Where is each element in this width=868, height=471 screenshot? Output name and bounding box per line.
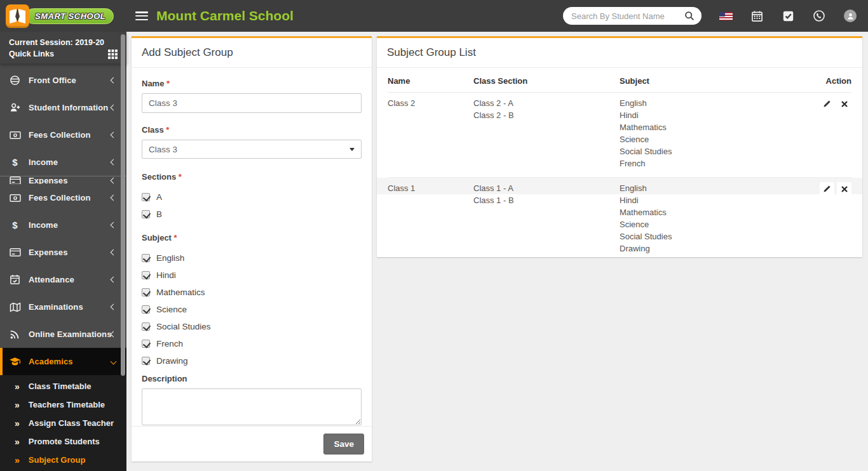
group-name-cell: Class 1 [388, 182, 473, 255]
examinations-icon [9, 302, 21, 312]
search-icon[interactable] [682, 9, 696, 23]
sidebar-item-label: Expenses [29, 176, 111, 184]
calendar-icon[interactable] [750, 9, 764, 23]
checkbox-icon[interactable] [142, 210, 150, 218]
session-block: Current Session: 2019-20 Quick Links [0, 32, 126, 63]
app-logo[interactable]: SMART SCHOOL [0, 0, 126, 32]
expenses-icon [9, 248, 21, 257]
sidebar-item-label: Student Information [29, 103, 111, 112]
sidebar-item-front-office[interactable]: Front Office [0, 67, 126, 94]
submenu-item-label: Promote Students [29, 437, 100, 446]
whatsapp-icon[interactable] [812, 9, 826, 23]
sidebar-item-income[interactable]: $Income [0, 211, 126, 239]
sidebar-item-income[interactable]: $Income [0, 149, 126, 176]
user-avatar-icon[interactable] [843, 9, 857, 23]
sidebar-item-online-examinations[interactable]: Online Examinations [0, 321, 126, 348]
checkbox-label: A [156, 192, 162, 202]
menu-toggle-icon[interactable] [135, 11, 148, 20]
sidebar-item-academics[interactable]: Academics [0, 348, 126, 375]
brand-pill: SMART SCHOOL [25, 8, 114, 24]
double-chevron-icon: » [15, 381, 20, 392]
chevron-left-icon [111, 304, 117, 310]
checkbox-icon[interactable] [142, 322, 150, 331]
fees-collection-icon [9, 130, 21, 140]
sidebar-item-fees-collection[interactable]: Fees Collection [0, 121, 126, 149]
sidebar-item-label: Fees Collection [29, 130, 111, 140]
section-checkbox-a[interactable]: A [142, 192, 362, 202]
sidebar-item-attendance[interactable]: Attendance [0, 266, 126, 293]
sidebar-item-student-information[interactable]: Student Information [0, 94, 126, 121]
sidebar-subitem-class-timetable[interactable]: »Class Timetable [0, 377, 126, 395]
checkbox-label: Social Studies [156, 322, 211, 331]
academics-submenu: »Class Timetable»Teachers Timetable»Assi… [0, 375, 126, 471]
sidebar-item-expenses[interactable]: Expenses [0, 176, 126, 184]
us-flag-icon[interactable] [719, 9, 733, 23]
academics-icon [9, 357, 21, 367]
add-subject-group-card: Add Subject Group Name Class Class 3 Sec… [132, 36, 372, 461]
student-search [563, 7, 702, 25]
submenu-item-label: Teachers Timetable [29, 400, 105, 409]
double-chevron-icon: » [15, 400, 20, 410]
subject-checkbox-science[interactable]: Science [142, 305, 362, 314]
checkbox-icon[interactable] [142, 340, 150, 348]
search-input[interactable] [571, 11, 682, 21]
sidebar-subitem-assign-class-teacher[interactable]: »Assign Class Teacher [0, 414, 126, 432]
table-row: Class 1Class 1 - AClass 1 - BEnglishHind… [388, 177, 851, 262]
delete-button[interactable] [837, 97, 851, 110]
sidebar-item-label: Front Office [29, 76, 111, 85]
class-select[interactable]: Class 3 [142, 140, 362, 159]
subject-checkbox-mathematics[interactable]: Mathematics [142, 288, 362, 297]
checkbox-icon[interactable] [142, 271, 150, 279]
sidebar-item-label: Academics [29, 357, 111, 366]
checkbox-icon[interactable] [142, 288, 150, 296]
checkbox-icon[interactable] [142, 193, 150, 201]
quick-links[interactable]: Quick Links [9, 48, 118, 60]
attendance-icon [9, 274, 21, 285]
column-header-subject: Subject [620, 76, 813, 86]
save-button[interactable]: Save [323, 434, 364, 454]
checkbox-label: English [156, 253, 184, 263]
checkbox-label: French [156, 339, 183, 348]
subject-checkbox-hindi[interactable]: Hindi [142, 270, 362, 280]
edit-button[interactable] [820, 182, 834, 196]
edit-button[interactable] [820, 97, 834, 110]
class-section-cell: Class 2 - AClass 2 - B [473, 97, 620, 169]
sidebar-subitem-teachers-timetable[interactable]: »Teachers Timetable [0, 395, 126, 414]
name-input[interactable] [142, 93, 362, 113]
checkbox-icon[interactable] [142, 305, 150, 314]
sidebar-item-label: Fees Collection [29, 193, 111, 202]
column-header-class-section: Class Section [473, 76, 620, 86]
column-header-action: Action [813, 76, 851, 86]
section-checkbox-b[interactable]: B [142, 209, 362, 219]
book-logo-icon [6, 4, 29, 28]
double-chevron-icon: » [15, 418, 20, 428]
class-section-cell: Class 1 - AClass 1 - B [473, 182, 620, 255]
checkbox-label: Mathematics [156, 288, 205, 297]
task-check-icon[interactable] [781, 9, 795, 23]
chevron-left-icon [111, 249, 117, 256]
sidebar-scrollbar[interactable] [121, 34, 125, 376]
chevron-left-icon [111, 178, 117, 184]
sidebar-item-label: Examinations [29, 302, 111, 312]
sidebar-item-examinations[interactable]: Examinations [0, 293, 126, 321]
subject-checkbox-social-studies[interactable]: Social Studies [142, 322, 362, 331]
sidebar-subitem-subject-group[interactable]: »Subject Group [0, 451, 126, 469]
sidebar-subitem-promote-students[interactable]: »Promote Students [0, 432, 126, 451]
checkbox-label: B [156, 209, 162, 219]
delete-button[interactable] [837, 182, 851, 196]
sidebar-item-fees-collection[interactable]: Fees Collection [0, 184, 126, 211]
subject-checkbox-english[interactable]: English [142, 253, 362, 263]
description-textarea[interactable] [142, 388, 362, 425]
checkbox-label: Drawing [156, 356, 188, 366]
chevron-left-icon [111, 132, 117, 138]
double-chevron-icon: » [15, 437, 20, 447]
sidebar-item-expenses[interactable]: Expenses [0, 239, 126, 266]
subject-checkbox-drawing[interactable]: Drawing [142, 356, 362, 366]
checkbox-icon[interactable] [142, 254, 150, 262]
action-cell [813, 182, 851, 255]
submenu-item-label: Assign Class Teacher [29, 418, 114, 428]
income-icon: $ [9, 220, 21, 230]
checkbox-icon[interactable] [142, 357, 150, 365]
subject-checkbox-french[interactable]: French [142, 339, 362, 348]
submenu-item-label: Subject Group [29, 455, 86, 465]
